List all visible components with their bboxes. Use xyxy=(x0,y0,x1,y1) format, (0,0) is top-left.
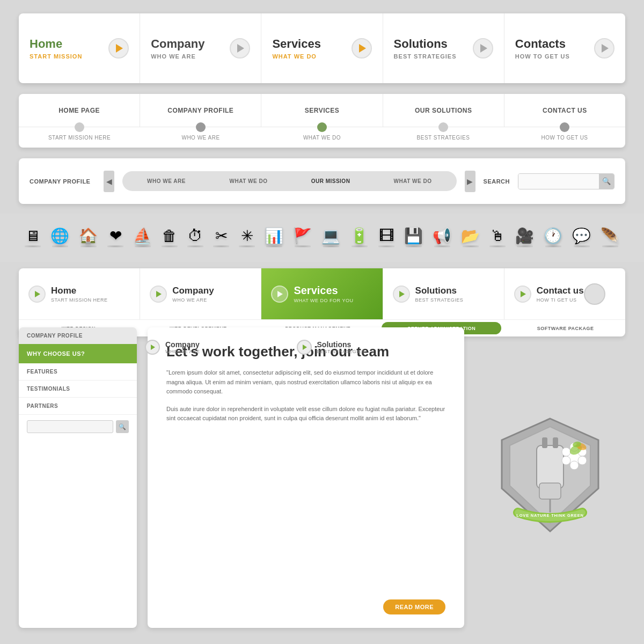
nav1-solutions[interactable]: Solutions BEST STRATEGIES xyxy=(383,13,504,83)
badge-text: LOVE NATURE THINK GREEN xyxy=(516,513,583,518)
nav1-company[interactable]: Company WHO WE ARE xyxy=(140,13,261,83)
nav1-home[interactable]: Home START MISSION xyxy=(19,13,140,83)
chat-icon: 💬 xyxy=(572,229,591,244)
nav3-tab-0[interactable]: WHO WE ARE xyxy=(125,174,207,188)
nav1-services[interactable]: Services WHAT WE DO xyxy=(261,13,383,83)
sidebar-item-features[interactable]: FEATURES xyxy=(19,363,137,380)
chart-icon: 📊 xyxy=(265,229,283,244)
nav1-solutions-text: Solutions BEST STRATEGIES xyxy=(394,37,473,60)
clock-icon: 🕐 xyxy=(544,229,562,244)
nav4-home-play[interactable] xyxy=(28,286,46,303)
icon-flag[interactable]: 🚩 xyxy=(293,229,312,247)
icon-home[interactable]: 🏠 xyxy=(79,229,98,247)
nav2-sub-solutions[interactable]: BEST STRATEGIES xyxy=(383,127,504,148)
bottom-nav-solutions-play[interactable] xyxy=(297,340,312,355)
icon-asterisk[interactable]: ✳ xyxy=(239,229,255,247)
icon-shadow xyxy=(602,245,618,247)
nav4-company[interactable]: Company WHO WE ARE xyxy=(140,268,261,319)
icon-monitor[interactable]: 🖥 xyxy=(25,229,41,247)
icon-scissors[interactable]: ✂ xyxy=(213,229,229,247)
icon-heart[interactable]: ❤ xyxy=(107,229,123,247)
bottom-nav-company-play[interactable] xyxy=(145,340,160,355)
bottom-nav-company[interactable]: Company WHO WE ARE xyxy=(145,335,200,359)
sidebar-search-button[interactable]: 🔍 xyxy=(116,420,129,433)
svg-rect-5 xyxy=(539,483,561,499)
nav3-arrow-right[interactable]: ▶ xyxy=(465,171,475,192)
nav1-company-play[interactable] xyxy=(230,38,250,58)
nav2-solutions[interactable]: OUR SOLUTIONS xyxy=(383,94,504,127)
nav1-contacts[interactable]: Contacts HOW TO GET US xyxy=(504,13,625,83)
nav4-solutions[interactable]: Solutions BEST STRATEGIES xyxy=(383,268,504,319)
nav4-services-play[interactable] xyxy=(271,286,288,303)
nav4-contact-title: Contact us xyxy=(537,286,584,296)
nav3-tab-1[interactable]: WHAT WE DO xyxy=(207,174,289,188)
bottom-nav-company-text: Company WHO WE ARE xyxy=(165,340,200,354)
badge-area: LOVE NATURE THINK GREEN xyxy=(475,327,625,628)
icon-floppy[interactable]: 💾 xyxy=(404,229,423,247)
nav3-search-input[interactable] xyxy=(518,174,599,189)
nav2-sub-company[interactable]: WHO WE ARE xyxy=(140,127,261,148)
boat-icon: ⛵ xyxy=(133,229,152,244)
nav2-sub-contacts[interactable]: HOW TO GET US xyxy=(504,127,625,148)
icon-globe[interactable]: 🌐 xyxy=(50,229,69,247)
nav3-tab-2[interactable]: OUR MISSION xyxy=(290,174,372,188)
icon-clock[interactable]: 🕐 xyxy=(544,229,562,247)
sidebar-search-input[interactable] xyxy=(27,420,113,433)
nav3-tab-3[interactable]: WHAT WE DO xyxy=(372,174,454,188)
nav4-services[interactable]: Services WHAT WE DO FOR YOU xyxy=(261,268,383,319)
nav2-home[interactable]: HOME PAGE xyxy=(19,94,140,127)
nav4-contact[interactable]: Contact us HOW TI GET US xyxy=(504,268,625,319)
nav2-services[interactable]: SERVICES xyxy=(261,94,383,127)
nav3-search-button[interactable]: 🔍 xyxy=(599,174,614,189)
nav2-dot-contacts xyxy=(560,122,569,132)
icon-trash[interactable]: 🗑 xyxy=(162,229,178,247)
nav4-home[interactable]: Home START MISSION HERE xyxy=(19,268,140,319)
icon-folder[interactable]: 📂 xyxy=(461,229,480,247)
home-icon: 🏠 xyxy=(79,229,98,244)
icon-chat[interactable]: 💬 xyxy=(572,229,591,247)
nav1-company-title: Company xyxy=(151,37,230,51)
nav2-sub-home[interactable]: START MISSION HERE xyxy=(19,127,140,148)
nav1-services-sub: WHAT WE DO xyxy=(272,53,351,60)
read-more-button[interactable]: READ MORE xyxy=(383,599,445,614)
trash-icon: 🗑 xyxy=(162,229,177,244)
icon-timer[interactable]: ⏱ xyxy=(187,229,203,247)
icon-film[interactable]: 🎞 xyxy=(378,229,394,247)
camera-icon: 🎥 xyxy=(515,229,534,244)
icon-mouse[interactable]: 🖱 xyxy=(489,229,506,247)
nav2-company[interactable]: COMPANY PROFILE xyxy=(140,94,261,127)
sidebar-active-item[interactable]: WHY CHOOSE US? xyxy=(19,344,137,363)
nav4-company-text: Company WHO WE ARE xyxy=(172,286,214,303)
icon-laptop[interactable]: 💻 xyxy=(321,229,340,247)
nav3-arrow-left[interactable]: ◀ xyxy=(104,171,114,192)
icon-battery[interactable]: 🔋 xyxy=(350,229,369,247)
icon-chart[interactable]: 📊 xyxy=(265,229,283,247)
icon-shadow xyxy=(239,245,255,247)
nav2-dot-solutions xyxy=(438,122,448,132)
nav2-sub-services[interactable]: WHAT WE DO xyxy=(261,127,383,148)
nav4-company-play[interactable] xyxy=(150,286,167,303)
sidebar-item-testimonials[interactable]: TESTIMONIALS xyxy=(19,380,137,398)
navbar-2: HOME PAGE COMPANY PROFILE SERVICES OUR S… xyxy=(19,94,625,148)
icon-shadow xyxy=(213,245,229,247)
nav1-services-play[interactable] xyxy=(352,38,372,58)
nav1-home-play[interactable] xyxy=(108,38,129,58)
icon-feather[interactable]: 🪶 xyxy=(601,229,619,247)
nav2-contacts[interactable]: CONTACT US xyxy=(504,94,625,127)
nav3-tabs: WHO WE ARE WHAT WE DO OUR MISSION WHAT W… xyxy=(122,171,456,191)
nav4-solutions-play[interactable] xyxy=(393,286,410,303)
sidebar-item-partners[interactable]: PARTNERS xyxy=(19,398,137,415)
icon-boat[interactable]: ⛵ xyxy=(133,229,152,247)
nav1-contacts-play[interactable] xyxy=(594,38,614,58)
icon-camera[interactable]: 🎥 xyxy=(515,229,534,247)
svg-rect-4 xyxy=(553,437,558,448)
nav1-services-text: Services WHAT WE DO xyxy=(272,37,351,60)
nav4-contact-play[interactable] xyxy=(514,286,531,303)
nav4-home-text: Home START MISSION HERE xyxy=(51,286,108,303)
bottom-nav-solutions[interactable]: Solutions BEST STRATEGIES xyxy=(297,335,365,359)
icon-speaker[interactable]: 📢 xyxy=(433,229,451,247)
icon-shadow xyxy=(463,245,479,247)
flag-icon: 🚩 xyxy=(293,229,312,244)
icon-shadow xyxy=(406,245,422,247)
nav1-solutions-play[interactable] xyxy=(473,38,493,58)
